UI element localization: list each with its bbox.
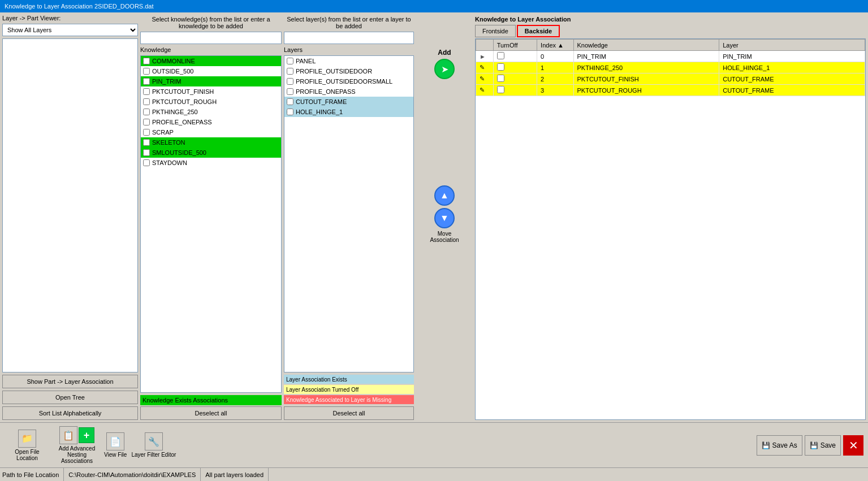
- table-row: ✎ 2 PKTCUTOUT_FINISH CUTOUT_FRAME: [476, 73, 865, 85]
- row-layer-1: HOLE_HINGE_1: [719, 62, 865, 73]
- knowledge-deselect-btn[interactable]: Deselect all: [140, 406, 282, 420]
- frontside-tab[interactable]: Frontside: [475, 25, 516, 37]
- top-area: Layer -> Part Viewer: Show All Layers Sh…: [0, 12, 868, 422]
- knowledge-search-input[interactable]: [140, 32, 282, 44]
- knowledge-checkbox-smloutside[interactable]: [143, 149, 150, 156]
- save-as-label: Save As: [772, 441, 797, 449]
- layer-checkbox-panel[interactable]: [287, 58, 293, 64]
- add-advanced-label: Add AdvancedNesting Associations: [54, 445, 100, 464]
- layer-checkbox-profile-outsidedoorsmall[interactable]: [287, 78, 293, 85]
- path-section: Path to File Location: [2, 468, 64, 481]
- turnoff-checkbox-2[interactable]: [497, 75, 504, 82]
- legend-cyan: Layer Association Exists: [284, 375, 414, 384]
- knowledge-item-scrap[interactable]: SCRAP: [141, 127, 281, 137]
- save-btn[interactable]: 💾 Save: [805, 435, 841, 456]
- layer-filter-btn[interactable]: 🔧 Layer Filter Editor: [131, 432, 176, 458]
- move-up-btn[interactable]: ▲: [434, 185, 455, 206]
- knowledge-item-commonline[interactable]: COMMONLINE: [141, 56, 281, 66]
- knowledge-checkbox-profile-onepass[interactable]: [143, 119, 150, 125]
- close-btn[interactable]: ✕: [843, 435, 863, 456]
- legend-yellow: Layer Association Turned Off: [284, 385, 414, 394]
- move-label: MoveAssociation: [430, 231, 459, 243]
- layer-filter-group: 🔧 Layer Filter Editor: [131, 432, 176, 458]
- knowledge-checkbox-commonline[interactable]: [143, 58, 150, 64]
- knowledge-item-outside500[interactable]: OUTSIDE_500: [141, 66, 281, 76]
- legend-red: Knowledge Associated to Layer is Missing: [284, 395, 414, 404]
- knowledge-item-pintrim[interactable]: PIN_TRIM: [141, 76, 281, 86]
- layer-checkbox-hole-hinge[interactable]: [287, 109, 293, 115]
- row-turnoff-0: [493, 51, 537, 62]
- knowledge-checkbox-outside500[interactable]: [143, 68, 150, 75]
- layer-checkbox-profile-onepass[interactable]: [287, 88, 293, 95]
- table-row: ► 0 PIN_TRIM PIN_TRIM: [476, 51, 865, 62]
- window-title: Knowledge to Layer Association 2SIDED_DO…: [5, 3, 154, 10]
- layer-checkbox-cutout-frame[interactable]: [287, 98, 293, 105]
- col-indicator: [476, 40, 494, 51]
- layer-item-profile-onepass[interactable]: PROFILE_ONEPASS: [284, 86, 413, 97]
- knowledge-item-smloutside[interactable]: SMLOUTSIDE_500: [141, 148, 281, 158]
- legend-area: Layer Association Exists Layer Associati…: [284, 374, 414, 405]
- view-file-icon: 📄: [106, 432, 124, 450]
- layer-item-cutout-frame[interactable]: CUTOUT_FRAME: [284, 97, 413, 107]
- layer-item-profile-outsidedoorsmall[interactable]: PROFILE_OUTSIDEDOORSMALL: [284, 76, 413, 86]
- row-pencil-1: ✎: [476, 62, 494, 73]
- save-area: 💾 Save As 💾 Save ✕: [757, 435, 863, 456]
- layer-checkbox-profile-outsidedoor[interactable]: [287, 68, 293, 75]
- view-file-label: View File: [104, 452, 127, 458]
- knowledge-exists-legend: Knowledge Exists Associations: [140, 395, 282, 405]
- row-turnoff-3: [493, 85, 537, 96]
- knowledge-item-pkthinge[interactable]: PKTHINGE_250: [141, 107, 281, 117]
- layers-deselect-btn[interactable]: Deselect all: [284, 406, 414, 420]
- layers-section-label: Layers: [284, 45, 414, 54]
- association-panel: Knowledge to Layer Association Frontside…: [475, 15, 866, 420]
- knowledge-item-pktcutout-finish[interactable]: PKTCUTOUT_FINISH: [141, 86, 281, 97]
- row-turnoff-2: [493, 73, 537, 85]
- layer-viewer-dropdown[interactable]: Show All Layers: [2, 24, 138, 36]
- layer-item-panel[interactable]: PANEL: [284, 56, 413, 66]
- col-index: Index ▲: [537, 40, 573, 51]
- table-row: ✎ 1 PKTHINGE_250 HOLE_HINGE_1: [476, 62, 865, 73]
- row-knowledge-0: PIN_TRIM: [573, 51, 719, 62]
- knowledge-item-skeleton[interactable]: SKELETON: [141, 137, 281, 148]
- row-layer-0: PIN_TRIM: [719, 51, 865, 62]
- turnoff-checkbox-3[interactable]: [497, 86, 504, 93]
- row-knowledge-1: PKTHINGE_250: [573, 62, 719, 73]
- knowledge-item-staydown[interactable]: STAYDOWN: [141, 158, 281, 168]
- add-advanced-btn[interactable]: 📋 + Add AdvancedNesting Associations: [54, 426, 100, 464]
- assoc-table: TurnOff Index ▲ Knowledge Layer ► 0 PIN_…: [476, 39, 865, 96]
- save-as-btn[interactable]: 💾 Save As: [757, 435, 802, 456]
- knowledge-checkbox-staydown[interactable]: [143, 159, 150, 166]
- knowledge-item-pktcutout-rough[interactable]: PKTCUTOUT_ROUGH: [141, 97, 281, 107]
- knowledge-section-label: Knowledge: [140, 45, 282, 54]
- knowledge-item-profile-onepass[interactable]: PROFILE_ONEPASS: [141, 117, 281, 127]
- open-file-group: 📁 Open File Location: [5, 430, 50, 461]
- turnoff-checkbox-0[interactable]: [497, 52, 504, 59]
- add-button-group: Add ➤: [434, 49, 455, 79]
- knowledge-checkbox-pintrim[interactable]: [143, 78, 150, 85]
- show-part-layer-btn[interactable]: Show Part -> Layer Association: [2, 375, 138, 388]
- knowledge-checkbox-pkthinge[interactable]: [143, 109, 150, 115]
- layers-search-input[interactable]: [284, 32, 414, 44]
- knowledge-checkbox-pktcutout-finish[interactable]: [143, 88, 150, 95]
- backside-tab[interactable]: Backside: [517, 25, 560, 37]
- view-file-btn[interactable]: 📄 View File: [104, 432, 127, 458]
- save-label: Save: [821, 441, 836, 449]
- layer-item-profile-outsidedoor[interactable]: PROFILE_OUTSIDEDOOR: [284, 66, 413, 76]
- sort-list-btn[interactable]: Sort List Alphabetically: [2, 406, 138, 420]
- row-turnoff-1: [493, 62, 537, 73]
- save-icon: 💾: [810, 441, 818, 449]
- add-advanced-icon: 📋: [59, 426, 77, 444]
- add-area: Add ➤ ▲ ▼ MoveAssociation: [416, 15, 473, 420]
- knowledge-checkbox-skeleton[interactable]: [143, 139, 150, 146]
- knowledge-checkbox-pktcutout-rough[interactable]: [143, 98, 150, 105]
- move-down-btn[interactable]: ▼: [434, 208, 455, 228]
- layers-panel: Select layer(s) from the list or enter a…: [284, 15, 414, 420]
- knowledge-checkbox-scrap[interactable]: [143, 129, 150, 136]
- layers-header: Select layer(s) from the list or enter a…: [284, 15, 414, 31]
- layer-item-hole-hinge[interactable]: HOLE_HINGE_1: [284, 107, 413, 117]
- open-file-location-btn[interactable]: 📁 Open File Location: [5, 430, 50, 461]
- path-label: Path to File Location: [2, 471, 59, 478]
- turnoff-checkbox-1[interactable]: [497, 63, 504, 71]
- add-arrow-btn[interactable]: ➤: [434, 59, 455, 79]
- open-tree-btn[interactable]: Open Tree: [2, 391, 138, 404]
